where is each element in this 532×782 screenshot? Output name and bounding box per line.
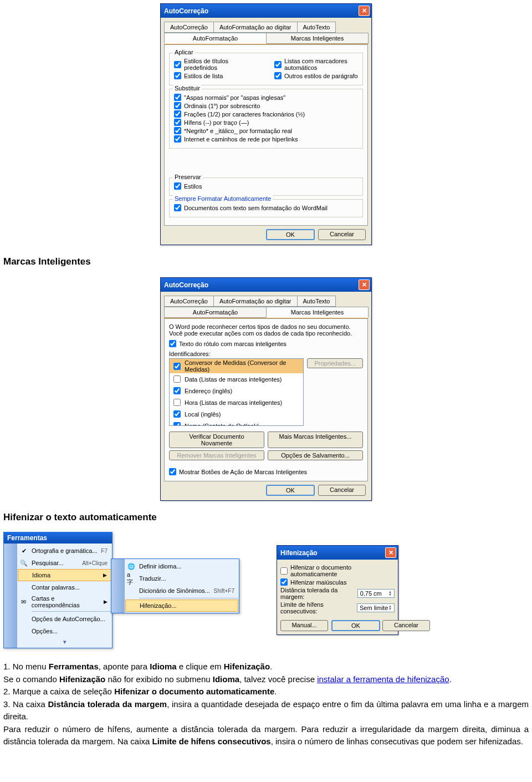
chk-lista[interactable] (174, 72, 181, 79)
tab-autotexto[interactable]: AutoTexto (297, 22, 336, 33)
mi-pesquisar[interactable]: 🔍Pesquisar...Alt+Clique (17, 557, 112, 569)
close-icon[interactable]: ✕ (359, 280, 370, 290)
menu-strip (111, 559, 125, 613)
ok-button[interactable]: OK (266, 485, 315, 496)
chk-titulos[interactable] (174, 61, 181, 68)
group-sempre-label: Sempre Formatar Automaticamente (173, 195, 273, 202)
titlebar: AutoCorreção ✕ (161, 278, 371, 292)
list-item: Endereço (inglês) (170, 385, 303, 397)
verificar-button[interactable]: Verificar Documento Novamente (169, 431, 264, 448)
mi-ortografia[interactable]: ✔Ortografia e gramática...F7 (17, 545, 112, 557)
spinner-icon[interactable]: ▲▼ (388, 591, 392, 596)
manual-button[interactable]: Manual... (280, 620, 328, 631)
list-item: Hora (Listas de marcas inteligentes) (170, 397, 303, 408)
list-item: Conversor de Medidas (Conversor de Medid… (170, 359, 303, 373)
mi-definir-idioma[interactable]: 🌐Definir idioma... (125, 560, 239, 572)
chk-negrito[interactable] (174, 127, 181, 134)
list-item: Data (Listas de marcas inteligentes) (170, 373, 303, 385)
search-icon: 🔍 (19, 558, 28, 567)
mi-idioma[interactable]: Idioma▶ (18, 569, 111, 581)
mi-sinonimos[interactable]: Dicionário de Sinônimos...Shift+F7 (125, 585, 239, 597)
tab-autocorrecao[interactable]: AutoCorreção (164, 296, 214, 307)
check-icon: ✔ (19, 546, 28, 555)
titlebar: Hifenização ✕ (277, 546, 398, 560)
instructions-text: 1. No menu Ferramentas, aponte para Idio… (0, 658, 532, 755)
expand-icon[interactable]: ▾ (17, 637, 112, 647)
title: AutoCorreção (164, 281, 208, 289)
chk-ordinais[interactable] (174, 102, 181, 109)
title: Hifenização (280, 549, 318, 557)
chk-wordmail[interactable] (174, 204, 181, 211)
tab-marcas-inteligentes[interactable]: Marcas Inteligentes (266, 33, 369, 44)
tab-autoformatacao[interactable]: AutoFormatação (164, 307, 267, 318)
tab-autocorrecao[interactable]: AutoCorreção (164, 22, 214, 33)
chk-mostrar-botoes[interactable] (169, 468, 176, 475)
separator (139, 598, 238, 598)
tab-autotexto[interactable]: AutoTexto (297, 296, 336, 307)
autocorrecao-autoformatacao-dialog: AutoCorreção ✕ AutoCorreção AutoFormataç… (160, 3, 372, 245)
chk-estilos[interactable] (174, 182, 181, 190)
menu-title: Ferramentas (4, 532, 112, 544)
opcoes-salvamento-button[interactable]: Opções de Salvamento... (268, 450, 363, 460)
ok-button[interactable]: OK (331, 620, 380, 631)
identificadores-label: Identificadores: (169, 351, 363, 357)
chk-aspas[interactable] (174, 94, 181, 101)
identificadores-list[interactable]: Conversor de Medidas (Conversor de Medid… (169, 358, 304, 426)
dist-label: Distância tolerada da margem: (280, 587, 357, 600)
translate-icon: a字 (127, 574, 136, 583)
intro-text: O Word pode reconhecer certos tipos de d… (169, 323, 363, 337)
chk-hifenizar-maiusculas[interactable] (280, 578, 288, 586)
close-icon[interactable]: ✕ (359, 6, 370, 16)
list-item: Nome (Contato do Outlook) (170, 420, 303, 426)
ferramentas-menu: Ferramentas ✔Ortografia e gramática...F7… (3, 532, 112, 648)
group-aplicar-label: Aplicar (173, 49, 195, 55)
tab-autoformatacao[interactable]: AutoFormatação (164, 33, 267, 44)
chevron-right-icon: ▶ (103, 572, 107, 578)
remover-button[interactable]: Remover Marcas Inteligentes (169, 450, 264, 460)
idioma-submenu: 🌐Definir idioma... a字Traduzir... Dicioná… (111, 558, 239, 613)
propriedades-button[interactable]: Propriedades... (307, 358, 363, 368)
mi-contar[interactable]: Contar palavras... (17, 581, 112, 593)
hifenizacao-dialog: Hifenização ✕ Hifenizar o documento auto… (277, 545, 398, 635)
autocorrecao-marcas-dialog: AutoCorreção ✕ AutoCorreção AutoFormataç… (160, 277, 372, 501)
mi-traduzir[interactable]: a字Traduzir... (125, 572, 239, 585)
ok-button[interactable]: OK (266, 229, 315, 240)
envelope-icon: ✉ (19, 597, 28, 606)
tab-autoformatacao-digitar[interactable]: AutoFormatação ao digitar (213, 22, 298, 33)
cancel-button[interactable]: Cancelar (382, 620, 430, 631)
install-link[interactable]: instalar a ferramenta de hifenização (317, 674, 449, 684)
separator (32, 611, 111, 612)
section-marcas-inteligentes: Marcas Inteligentes (0, 253, 532, 274)
title: AutoCorreção (164, 7, 208, 15)
titlebar: AutoCorreção ✕ (161, 4, 371, 18)
spinner-icon[interactable]: ▲▼ (388, 605, 392, 611)
globe-icon: 🌐 (127, 562, 136, 571)
chk-fracoes[interactable] (174, 110, 181, 118)
chk-hifens[interactable] (174, 119, 181, 126)
lim-label: Limite de hífens consecutivos: (280, 601, 357, 615)
mi-opcoes[interactable]: Opções... (17, 625, 112, 637)
lim-input[interactable]: Sem limite▲▼ (357, 603, 395, 612)
menu-strip (4, 544, 17, 648)
chk-rotulo-marcas[interactable] (169, 340, 176, 347)
chevron-right-icon: ▶ (104, 599, 108, 605)
tab-autoformatacao-digitar[interactable]: AutoFormatação ao digitar (213, 296, 298, 307)
cancel-button[interactable]: Cancelar (318, 485, 366, 496)
mi-autocorrecao[interactable]: Opções de AutoCorreção... (17, 613, 112, 625)
dist-input[interactable]: 0,75 cm▲▼ (357, 589, 395, 598)
mais-marcas-button[interactable]: Mais Marcas Inteligentes... (268, 431, 363, 448)
mi-cartas[interactable]: ✉Cartas e correspondências▶ (17, 593, 112, 610)
chk-outros-estilos[interactable] (274, 72, 282, 79)
cancel-button[interactable]: Cancelar (318, 229, 366, 240)
group-substituir-label: Substituir (173, 85, 202, 92)
tab-marcas-inteligentes[interactable]: Marcas Inteligentes (266, 307, 369, 318)
mi-hifenizacao[interactable]: Hifenização... (125, 600, 238, 612)
group-preservar-label: Preservar (173, 174, 203, 180)
list-item: Local (inglês) (170, 408, 303, 420)
section-hifenizar: Hifenizar o texto automaticamente (0, 509, 532, 530)
chk-marcadores[interactable] (274, 61, 282, 68)
chk-hiperlinks[interactable] (174, 135, 181, 143)
close-icon[interactable]: ✕ (385, 547, 396, 558)
chk-hifenizar-auto[interactable] (280, 567, 288, 575)
